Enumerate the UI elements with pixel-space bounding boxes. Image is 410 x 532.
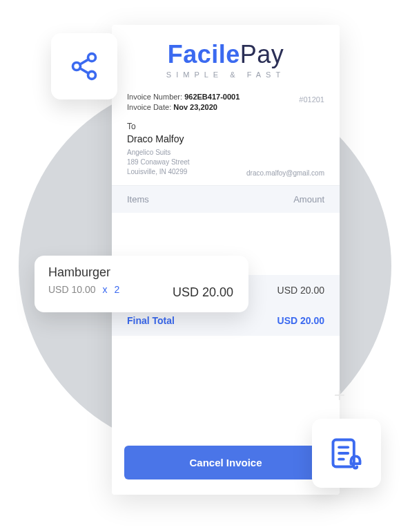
- invoice-meta: Invoice Number: 962EB417-0001 Invoice Da…: [112, 83, 340, 117]
- item-qty: 2: [114, 284, 119, 295]
- recipient-name: Draco Malfoy: [127, 133, 324, 144]
- invoice-number-row: Invoice Number: 962EB417-0001: [127, 93, 324, 101]
- invoice-short-number: #01201: [299, 95, 324, 104]
- item-unit-price: USD 10.00: [48, 284, 95, 295]
- item-line-total: USD 20.00: [173, 285, 233, 300]
- subtotal-value: USD 20.00: [277, 285, 324, 296]
- invoice-date-row: Invoice Date: Nov 23,2020: [127, 103, 324, 111]
- invoice-number-label: Invoice Number:: [127, 93, 182, 101]
- multiply-symbol: x: [102, 284, 107, 295]
- recipient-email: draco.malfoy@gmail.com: [246, 169, 324, 177]
- reminder-list-icon: [329, 435, 364, 471]
- share-card[interactable]: [51, 33, 117, 99]
- share-icon: [69, 51, 99, 82]
- brand-header: FacilePay SIMPLE & FAST: [112, 25, 340, 83]
- recipient-addr1: 189 Conaway Street: [127, 158, 324, 167]
- reminder-card[interactable]: [312, 419, 381, 488]
- svg-line-4: [80, 59, 88, 64]
- items-header: Items Amount: [112, 185, 340, 213]
- cancel-invoice-button[interactable]: Cancel Invoice: [124, 446, 327, 479]
- add-item-button[interactable]: +: [334, 384, 345, 406]
- item-name: Hamburger: [48, 265, 235, 280]
- svg-line-3: [80, 68, 88, 73]
- final-total-label: Final Total: [127, 315, 175, 326]
- invoice-date-value: Nov 23,2020: [173, 103, 217, 111]
- amount-column-label: Amount: [293, 194, 324, 205]
- invoice-number-value: 962EB417-0001: [184, 93, 240, 101]
- brand-pay: Pay: [240, 40, 284, 68]
- final-total-value: USD 20.00: [277, 315, 324, 326]
- brand-facile: Facile: [168, 40, 240, 68]
- line-item-card[interactable]: Hamburger USD 10.00 x 2 USD 20.00: [35, 256, 248, 312]
- invoice-date-label: Invoice Date:: [127, 103, 171, 111]
- to-label: To: [127, 122, 324, 131]
- brand-tagline: SIMPLE & FAST: [112, 70, 340, 79]
- recipient-block: To Draco Malfoy Angelico Suits 189 Conaw…: [112, 117, 340, 185]
- items-column-label: Items: [127, 194, 149, 205]
- brand-logo: FacilePay: [112, 40, 340, 69]
- recipient-company: Angelico Suits: [127, 148, 324, 158]
